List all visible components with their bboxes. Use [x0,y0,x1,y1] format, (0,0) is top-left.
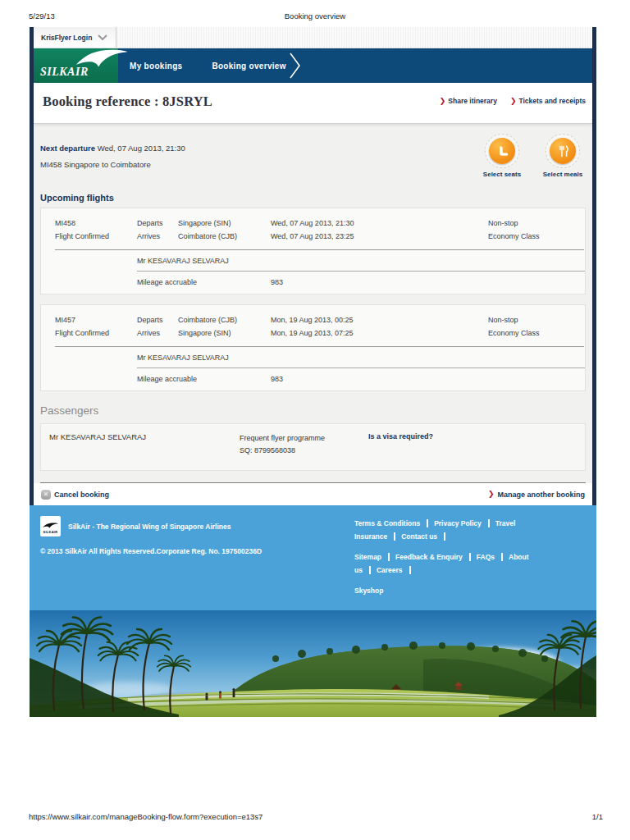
frequent-flyer-label: Frequent flyer programme [240,432,368,445]
chevron-right-icon: ❯ [488,491,495,498]
select-seats-label: Select seats [479,171,525,178]
footer-link-feedback[interactable]: Feedback & Enquiry [395,553,471,561]
print-page-number: 1/1 [592,812,603,821]
next-departure-label: Next departure [40,144,95,153]
dashed-ring [485,134,519,168]
flight-status: Flight Confirmed [55,230,137,243]
footer-logo-text: SILKAIR [43,531,57,533]
tickets-receipts-label: Tickets and receipts [518,97,586,105]
chevron-right-icon [290,52,301,80]
krisflyer-login-dropdown[interactable]: KrisFlyer Login [34,27,116,48]
krisflyer-bar: KrisFlyer Login [34,27,592,48]
chevron-right-icon: ❯ [510,98,517,105]
page-frame: KrisFlyer Login SILKAIR My bookings [30,27,596,505]
tickets-receipts-link[interactable]: ❯ Tickets and receipts [510,97,586,105]
footer-link-careers[interactable]: Careers [377,566,411,574]
arrive-time: Mon, 19 Aug 2013, 07:25 [271,326,488,340]
footer-brand-block: SILKAIR SilkAir - The Regional Wing of S… [30,516,354,604]
mileage-label: Mileage accruable [137,278,271,286]
manage-another-booking-link[interactable]: ❯ Manage another booking [488,491,585,499]
cancel-booking-label: Cancel booking [54,491,109,499]
passengers-heading: Passengers [40,404,586,417]
departs-label: Departs [137,217,178,230]
depart-time: Mon, 19 Aug 2013, 00:25 [271,313,488,326]
arrives-label: Arrives [137,326,178,340]
nav-booking-overview[interactable]: Booking overview [212,52,300,80]
destination-panorama-image [30,610,596,717]
silkair-footer-logo-icon: SILKAIR [40,516,61,536]
footer-link-privacy[interactable]: Privacy Policy [434,519,490,527]
nav-items: My bookings Booking overview [130,52,301,80]
booking-reference-band: Booking reference : 8JSRYL ❯ Share itine… [34,83,592,124]
mileage-label: Mileage accruable [137,375,271,383]
nav-my-bookings[interactable]: My bookings [130,62,182,71]
seat-icon [489,138,515,164]
footer-link-skyshop[interactable]: Skyshop [354,587,390,595]
share-itinerary-label: Share itinerary [448,97,497,105]
footer-link-terms[interactable]: Terms & Conditions [354,519,428,527]
mileage-value: 983 [271,278,283,286]
cancel-booking-button[interactable]: ✕ Cancel booking [41,490,109,500]
depart-city: Coimbatore (CJB) [178,313,271,326]
chevron-down-icon [98,34,107,40]
flight-passenger: Mr KESAVARAJ SELVARAJ [137,347,585,368]
frequent-flyer-block: Frequent flyer programme SQ: 8799568038 [240,432,368,457]
visa-required-link[interactable]: Is a visa required? [368,432,585,457]
main-nav: SILKAIR My bookings Booking overview [34,48,592,83]
passenger-name: Mr KESAVARAJ SELVARAJ [49,432,240,457]
departs-label: Departs [137,313,178,326]
stops: Non-stop [488,217,585,230]
select-meals-button[interactable]: Select meals [540,134,586,178]
footer-link-faqs[interactable]: FAQs [477,553,503,561]
upcoming-flights-heading: Upcoming flights [40,193,586,203]
silkair-logo[interactable]: SILKAIR [34,48,118,83]
booking-content: Next departure Wed, 07 Aug 2013, 21:30 M… [34,124,592,505]
arrive-time: Wed, 07 Aug 2013, 23:25 [271,230,488,243]
select-seats-button[interactable]: Select seats [479,134,525,178]
stops: Non-stop [488,313,585,326]
depart-time: Wed, 07 Aug 2013, 21:30 [271,217,488,230]
share-itinerary-link[interactable]: ❯ Share itinerary [440,97,497,105]
krisflyer-login-label: KrisFlyer Login [41,34,92,42]
close-icon: ✕ [41,490,51,500]
cabin-class: Economy Class [488,326,585,340]
flight-number: MI457 [55,313,137,326]
footer-tagline: SilkAir - The Regional Wing of Singapore… [68,523,231,531]
mileage-row: Mileage accruable 983 [137,272,585,294]
footer-link-sitemap[interactable]: Sitemap [354,553,390,561]
print-header: 5/29/13 Booking overview [29,11,601,21]
arrive-city: Singapore (SIN) [178,326,271,340]
flight-card-mi457: MI457 Flight Confirmed Departs Arrives C… [40,304,586,391]
depart-city: Singapore (SIN) [178,217,271,230]
manage-another-booking-label: Manage another booking [497,491,585,499]
mileage-row: Mileage accruable 983 [137,368,585,390]
frequent-flyer-number: SQ: 8799568038 [240,445,368,457]
print-url: https://www.silkair.com/manageBooking-fl… [29,812,262,821]
arrive-city: Coimbatore (CJB) [178,230,271,243]
mileage-value: 983 [271,375,283,383]
flight-number: MI458 [55,217,137,230]
print-title: Booking overview [29,11,601,21]
nav-booking-overview-label: Booking overview [212,62,285,71]
nav-my-bookings-label: My bookings [130,62,182,71]
arrives-label: Arrives [137,230,178,243]
next-departure-actions: Select seats Select meals [479,134,586,178]
select-meals-label: Select meals [540,171,586,178]
site-footer: SILKAIR SilkAir - The Regional Wing of S… [30,505,596,610]
footer-links: Terms & ConditionsPrivacy PolicyTravel I… [354,516,596,604]
next-departure-panel: Next departure Wed, 07 Aug 2013, 21:30 M… [40,132,586,185]
meals-icon [550,138,576,164]
booking-reference-title: Booking reference : 8JSRYL [43,94,212,110]
flight-status: Flight Confirmed [55,326,137,340]
booking-header-links: ❯ Share itinerary ❯ Tickets and receipts [440,97,586,105]
passenger-row: Mr KESAVARAJ SELVARAJ Frequent flyer pro… [40,423,586,471]
footer-link-contact[interactable]: Contact us [401,532,445,541]
chevron-right-icon: ❯ [440,98,446,105]
dashed-ring [546,134,580,168]
flight-passenger: Mr KESAVARAJ SELVARAJ [137,250,585,272]
silkair-logo-text: SILKAIR [40,66,89,79]
booking-page: KrisFlyer Login SILKAIR My bookings [30,27,596,717]
print-footer: https://www.silkair.com/manageBooking-fl… [29,812,603,821]
cabin-class: Economy Class [488,230,585,243]
flight-card-mi458: MI458 Flight Confirmed Departs Arrives S… [40,208,586,294]
